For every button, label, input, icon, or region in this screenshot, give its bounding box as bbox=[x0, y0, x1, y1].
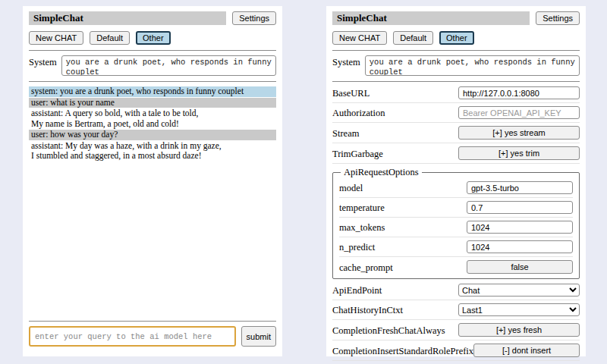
settings-button[interactable]: Settings bbox=[536, 11, 580, 25]
completionfreshchatalways-label: CompletionFreshChatAlways bbox=[332, 324, 445, 337]
tab-other[interactable]: Other bbox=[439, 31, 474, 45]
app-title: SimpleChat bbox=[29, 11, 226, 25]
chat-log: system: you are a drunk poet, who respon… bbox=[29, 86, 276, 162]
chat-session-tabs: New CHAT Default Other bbox=[332, 31, 580, 45]
setting-row-completionfreshchatalways: CompletionFreshChatAlways [+] yes fresh bbox=[332, 320, 580, 340]
setting-row-cache-prompt: cache_prompt false bbox=[339, 257, 573, 277]
query-bar: submit bbox=[29, 315, 276, 356]
stream-toggle-button[interactable]: [+] yes stream bbox=[458, 126, 580, 140]
trimgarbage-toggle-button[interactable]: [+] yes trim bbox=[458, 146, 580, 160]
tab-new-chat[interactable]: New CHAT bbox=[29, 31, 83, 45]
model-input[interactable] bbox=[467, 181, 573, 194]
query-input[interactable] bbox=[29, 326, 236, 347]
chat-message-assistant: assistant: A query so bold, with a tale … bbox=[29, 108, 276, 129]
chat-message-user: user: what is your name bbox=[29, 98, 276, 108]
tab-default[interactable]: Default bbox=[393, 31, 433, 45]
setting-row-apiendpoint: ApiEndPoint Chat bbox=[332, 281, 580, 300]
settings-list: BaseURL Authorization Stream [+] yes str… bbox=[332, 83, 580, 361]
tab-new-chat[interactable]: New CHAT bbox=[332, 31, 387, 45]
chat-panel: SimpleChat Settings New CHAT Default Oth… bbox=[23, 6, 282, 356]
completionfreshchatalways-toggle-button[interactable]: [+] yes fresh bbox=[458, 323, 580, 337]
chat-message-user: user: how was your day? bbox=[29, 130, 276, 140]
setting-row-baseurl: BaseURL bbox=[332, 83, 580, 103]
tab-other[interactable]: Other bbox=[136, 31, 171, 45]
temperature-label: temperature bbox=[339, 201, 385, 214]
n-predict-label: n_predict bbox=[339, 240, 375, 253]
divider bbox=[29, 81, 276, 82]
chat-message-system: system: you are a drunk poet, who respon… bbox=[29, 86, 276, 97]
max-tokens-label: max_tokens bbox=[339, 221, 385, 234]
divider bbox=[29, 321, 276, 322]
divider bbox=[332, 81, 580, 82]
system-prompt-row: System you are a drunk poet, who respond… bbox=[332, 55, 580, 76]
system-prompt-input[interactable]: you are a drunk poet, who responds in fu… bbox=[61, 55, 276, 76]
apiendpoint-select[interactable]: Chat bbox=[458, 284, 580, 297]
temperature-input[interactable] bbox=[467, 201, 573, 214]
setting-row-authorization: Authorization bbox=[332, 103, 580, 123]
authorization-input[interactable] bbox=[458, 106, 580, 119]
submit-button[interactable]: submit bbox=[241, 326, 276, 347]
settings-button[interactable]: Settings bbox=[232, 11, 276, 25]
model-label: model bbox=[339, 181, 363, 194]
setting-row-model: model bbox=[339, 178, 573, 198]
chat-session-tabs: New CHAT Default Other bbox=[29, 31, 276, 45]
tab-default[interactable]: Default bbox=[90, 31, 130, 45]
setting-row-chathistoryinctxt: ChatHistoryInCtxt Last1 bbox=[332, 300, 580, 320]
trimgarbage-label: TrimGarbage bbox=[332, 147, 383, 160]
api-request-options-legend: ApiRequestOptions bbox=[341, 167, 422, 178]
system-prompt-row: System you are a drunk poet, who respond… bbox=[29, 55, 276, 76]
apiendpoint-label: ApiEndPoint bbox=[332, 284, 382, 297]
completioninsertstandardroleprefix-label: CompletionInsertStandardRolePrefix bbox=[332, 344, 473, 357]
setting-row-n-predict: n_predict bbox=[339, 237, 573, 257]
setting-row-max-tokens: max_tokens bbox=[339, 218, 573, 237]
baseurl-label: BaseURL bbox=[332, 86, 370, 99]
titlebar-row: SimpleChat Settings bbox=[332, 11, 580, 25]
chathistoryinctxt-select[interactable]: Last1 bbox=[458, 303, 580, 316]
stream-label: Stream bbox=[332, 127, 359, 140]
completioninsertstandardroleprefix-toggle-button[interactable]: [-] dont insert bbox=[473, 344, 580, 357]
system-label: System bbox=[29, 55, 57, 68]
divider bbox=[332, 50, 580, 51]
titlebar-row: SimpleChat Settings bbox=[29, 11, 276, 25]
setting-row-completioninsertstandardroleprefix: CompletionInsertStandardRolePrefix [-] d… bbox=[332, 340, 580, 361]
baseurl-input[interactable] bbox=[458, 86, 580, 99]
n-predict-input[interactable] bbox=[467, 240, 573, 253]
cache-prompt-toggle-button[interactable]: false bbox=[467, 260, 573, 274]
cache-prompt-label: cache_prompt bbox=[339, 261, 393, 274]
system-label: System bbox=[332, 55, 360, 68]
api-request-options-group: ApiRequestOptions model temperature max_… bbox=[332, 167, 580, 279]
setting-row-trimgarbage: TrimGarbage [+] yes trim bbox=[332, 143, 580, 164]
setting-row-stream: Stream [+] yes stream bbox=[332, 123, 580, 143]
authorization-label: Authorization bbox=[332, 106, 385, 119]
query-bar: submit bbox=[332, 361, 580, 364]
app-title: SimpleChat bbox=[332, 11, 530, 25]
settings-panel: SimpleChat Settings New CHAT Default Oth… bbox=[326, 6, 586, 356]
chathistoryinctxt-label: ChatHistoryInCtxt bbox=[332, 303, 403, 316]
setting-row-temperature: temperature bbox=[339, 198, 573, 218]
divider bbox=[29, 50, 276, 51]
chat-message-assistant: assistant: My day was a haze, with a dri… bbox=[29, 141, 276, 162]
system-prompt-input[interactable]: you are a drunk poet, who responds in fu… bbox=[365, 55, 580, 76]
max-tokens-input[interactable] bbox=[467, 221, 573, 234]
